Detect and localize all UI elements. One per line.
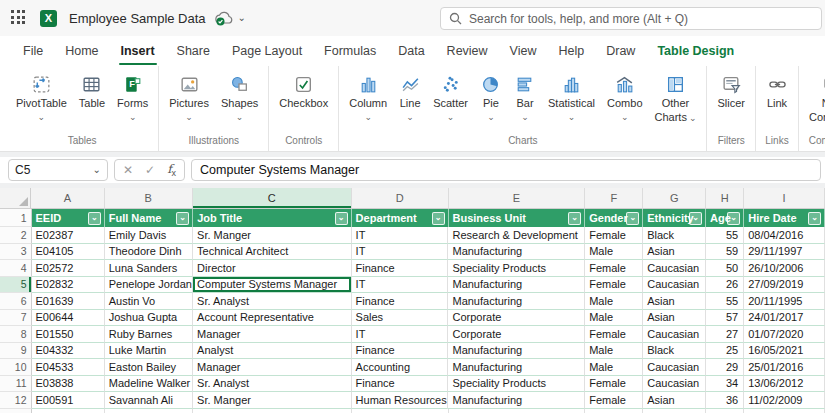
cell-F10[interactable]: Male	[585, 359, 643, 376]
menu-tab-draw[interactable]: Draw	[595, 36, 646, 66]
cell-B3[interactable]: Theodore Dinh	[105, 244, 193, 261]
cell-B2[interactable]: Emily Davis	[105, 227, 193, 244]
column-header-A[interactable]: A	[31, 188, 104, 209]
cell-E4[interactable]: Speciality Products	[448, 260, 585, 277]
cell-E6[interactable]: Manufacturing	[448, 293, 585, 310]
cell-C8[interactable]: Manager	[193, 326, 351, 343]
confirm-entry-icon[interactable]: ✓	[145, 163, 155, 177]
cell-E5[interactable]: Manufacturing	[448, 277, 585, 294]
cell-B10[interactable]: Easton Bailey	[105, 359, 193, 376]
cell-D8[interactable]: IT	[352, 326, 449, 343]
name-box-chevron-icon[interactable]: ⌄	[93, 165, 101, 175]
cell-G6[interactable]: Asian	[643, 293, 706, 310]
cell-I9[interactable]: 16/05/2021	[744, 343, 825, 360]
cell-I3[interactable]: 29/11/1997	[744, 244, 825, 261]
row-header-6[interactable]: 6	[0, 293, 32, 310]
header-cell-ethnicity[interactable]: Ethnicity⌄	[643, 209, 706, 227]
combo-button[interactable]: Combo⌄	[601, 70, 648, 122]
cell-E10[interactable]: Manufacturing	[448, 359, 585, 376]
cell-F3[interactable]: Male	[585, 244, 643, 261]
row-header-1[interactable]: 1	[0, 209, 32, 227]
bar-button[interactable]: Bar⌄	[508, 70, 542, 122]
cell-F5[interactable]: Female	[585, 277, 643, 294]
cell-D13[interactable]	[352, 409, 449, 413]
cell-F9[interactable]: Male	[585, 343, 643, 360]
menu-tab-formulas[interactable]: Formulas	[313, 36, 387, 66]
cell-B12[interactable]: Savannah Ali	[105, 392, 193, 409]
header-cell-business-unit[interactable]: Business Unit⌄	[449, 209, 586, 227]
cell-D6[interactable]: Finance	[352, 293, 449, 310]
menu-tab-file[interactable]: File	[12, 36, 54, 66]
filter-button-ethnicity[interactable]: ⌄	[689, 212, 702, 225]
row-header-4[interactable]: 4	[0, 260, 32, 277]
select-all-corner[interactable]	[0, 188, 31, 209]
cell-H13[interactable]	[706, 409, 744, 413]
search-bar[interactable]: Search for tools, help, and more (Alt + …	[440, 7, 822, 30]
cell-F6[interactable]: Male	[585, 293, 643, 310]
cell-H9[interactable]: 25	[706, 343, 744, 360]
cell-B7[interactable]: Joshua Gupta	[105, 310, 193, 327]
cell-I2[interactable]: 08/04/2016	[744, 227, 825, 244]
cell-H5[interactable]: 26	[706, 277, 744, 294]
cell-F12[interactable]: Female	[585, 392, 643, 409]
cell-H2[interactable]: 55	[706, 227, 744, 244]
menu-tab-view[interactable]: View	[499, 36, 548, 66]
cell-B4[interactable]: Luna Sanders	[105, 260, 193, 277]
cell-H12[interactable]: 36	[706, 392, 744, 409]
cell-F13[interactable]	[585, 409, 643, 413]
cell-A2[interactable]: E02387	[32, 227, 105, 244]
cell-A11[interactable]: E03838	[32, 376, 105, 393]
cell-D10[interactable]: Accounting	[352, 359, 449, 376]
cell-D4[interactable]: Finance	[352, 260, 449, 277]
cell-A3[interactable]: E04105	[32, 244, 105, 261]
cell-C4[interactable]: Director	[193, 260, 351, 277]
header-cell-age[interactable]: Age⌄	[706, 209, 744, 227]
cell-F4[interactable]: Female	[585, 260, 643, 277]
header-cell-hire-date[interactable]: Hire Date⌄	[744, 209, 825, 227]
cell-H7[interactable]: 57	[706, 310, 744, 327]
cell-E3[interactable]: Manufacturing	[448, 244, 585, 261]
filter-button-department[interactable]: ⌄	[432, 212, 445, 225]
cell-G5[interactable]: Caucasian	[643, 277, 706, 294]
other-charts-button[interactable]: OtherCharts⌄	[649, 70, 703, 125]
cell-I10[interactable]: 25/01/2016	[744, 359, 825, 376]
cell-A12[interactable]: E00591	[32, 392, 105, 409]
row-header-5[interactable]: 5	[0, 277, 32, 294]
cell-G3[interactable]: Asian	[643, 244, 706, 261]
slicer-button[interactable]: Slicer	[711, 70, 751, 111]
cell-G9[interactable]: Black	[643, 343, 706, 360]
table-button[interactable]: Table	[73, 70, 111, 111]
cell-I4[interactable]: 26/10/2006	[744, 260, 825, 277]
header-cell-full-name[interactable]: Full Name⌄	[105, 209, 193, 227]
menu-tab-home[interactable]: Home	[54, 36, 109, 66]
cell-E7[interactable]: Corporate	[448, 310, 585, 327]
row-header-13[interactable]	[0, 409, 32, 413]
cell-E8[interactable]: Corporate	[448, 326, 585, 343]
cell-G4[interactable]: Caucasian	[643, 260, 706, 277]
cell-H6[interactable]: 55	[706, 293, 744, 310]
pivottable-button[interactable]: PivotTable⌄	[10, 70, 73, 122]
cell-C13[interactable]	[193, 409, 351, 413]
column-header-H[interactable]: H	[706, 188, 744, 209]
cell-F11[interactable]: Female	[585, 376, 643, 393]
pie-button[interactable]: Pie⌄	[474, 70, 508, 122]
cell-D11[interactable]: Finance	[352, 376, 449, 393]
row-header-12[interactable]: 12	[0, 392, 32, 409]
filter-button-gender[interactable]: ⌄	[626, 212, 639, 225]
menu-tab-review[interactable]: Review	[436, 36, 499, 66]
menu-tab-page-layout[interactable]: Page Layout	[221, 36, 313, 66]
title-dropdown-chevron-icon[interactable]: ⌄	[238, 13, 246, 23]
cell-D9[interactable]: Finance	[352, 343, 449, 360]
cell-C12[interactable]: Sr. Manger	[193, 392, 351, 409]
cell-G11[interactable]: Caucasian	[643, 376, 706, 393]
cell-I11[interactable]: 13/06/2012	[744, 376, 825, 393]
menu-tab-share[interactable]: Share	[166, 36, 221, 66]
cell-H11[interactable]: 34	[706, 376, 744, 393]
cell-C2[interactable]: Sr. Manger	[193, 227, 351, 244]
scatter-button[interactable]: Scatter⌄	[427, 70, 474, 122]
row-header-9[interactable]: 9	[0, 343, 32, 360]
shapes-button[interactable]: Shapes⌄	[215, 70, 264, 122]
checkbox-button[interactable]: Checkbox	[273, 70, 334, 111]
cell-A5[interactable]: E02832	[32, 277, 105, 294]
cell-D12[interactable]: Human Resources	[352, 392, 449, 409]
